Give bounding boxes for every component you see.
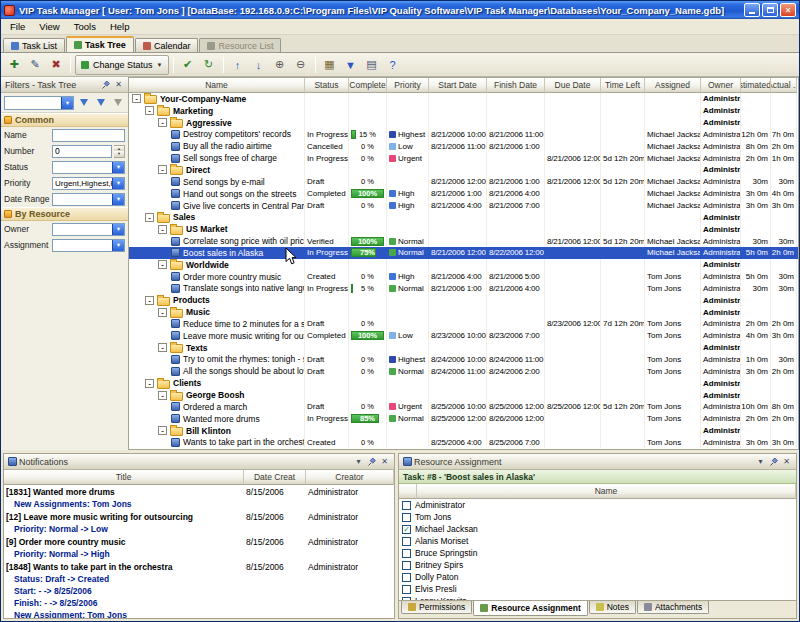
column-header-title[interactable]: Title xyxy=(4,470,244,485)
tree-expander-icon[interactable]: - xyxy=(158,343,167,352)
tree-folder-row[interactable]: -MusicAdministrator xyxy=(129,306,798,318)
tree-task-row[interactable]: Try to omit the rhymes: tonigh - so righ… xyxy=(129,354,798,366)
column-header-name[interactable]: Name xyxy=(129,78,305,93)
close-button[interactable]: ✕ xyxy=(780,3,796,17)
filter-section-header-common[interactable]: Common xyxy=(1,113,128,127)
filter-icon[interactable]: ▼ xyxy=(341,55,361,75)
tree-expander-icon[interactable]: - xyxy=(158,391,167,400)
checkbox-unchecked[interactable] xyxy=(402,549,411,558)
tree-expander-icon[interactable]: - xyxy=(158,118,167,127)
column-header-name[interactable]: Name xyxy=(417,484,796,499)
edit-task-icon[interactable]: ✎ xyxy=(25,55,45,75)
checkbox-unchecked[interactable] xyxy=(402,573,411,582)
tree-folder-row[interactable]: -SalesAdministrator xyxy=(129,211,798,223)
tree-folder-row[interactable]: -George BooshAdministrator xyxy=(129,389,798,401)
column-header-status[interactable]: Status xyxy=(305,78,349,93)
assignment-dropdown[interactable]: ▼ xyxy=(52,239,125,252)
column-header-checkbox[interactable] xyxy=(399,484,417,499)
spinner-buttons[interactable]: ▲▼ xyxy=(114,145,125,158)
status-dropdown[interactable]: ▼ xyxy=(52,161,125,174)
pin-icon[interactable] xyxy=(100,79,111,90)
tree-task-row[interactable]: Boost sales in AlaskaIn Progress75%Norma… xyxy=(129,247,798,259)
move-up-icon[interactable]: ↑ xyxy=(228,55,248,75)
expand-all-icon[interactable]: ⊕ xyxy=(270,55,290,75)
tree-task-row[interactable]: Give live concerts in Central ParkDraft0… xyxy=(129,200,798,212)
tree-folder-row[interactable]: -AggressiveAdministrator xyxy=(129,117,798,129)
tree-expander-icon[interactable]: - xyxy=(158,426,167,435)
tree-task-row[interactable]: Hand out songs on the streetsCompleted10… xyxy=(129,188,798,200)
column-header-estimated[interactable]: Estimated... xyxy=(741,78,771,93)
column-header-priority[interactable]: Priority xyxy=(387,78,429,93)
column-header-start-date[interactable]: Start Date xyxy=(429,78,487,93)
columns-icon[interactable]: ▦ xyxy=(320,55,340,75)
tree-task-row[interactable]: Wanted more drumsIn Progress85%Normal8/2… xyxy=(129,413,798,425)
clear-filter-icon[interactable] xyxy=(110,95,125,111)
tree-expander-icon[interactable]: - xyxy=(158,260,167,269)
refresh-icon[interactable]: ↻ xyxy=(199,55,219,75)
menu-item-tools[interactable]: Tools xyxy=(67,20,103,33)
menu-item-file[interactable]: File xyxy=(3,20,32,33)
tree-task-row[interactable]: Correlate song price with oil priceVerif… xyxy=(129,235,798,247)
tree-task-row[interactable]: Ordered a marchDraft0 %Urgent8/25/2006 1… xyxy=(129,401,798,413)
priority-dropdown[interactable]: Urgent,Highest,High,Normal,Low▼ xyxy=(52,177,125,190)
tree-expander-icon[interactable]: - xyxy=(158,225,167,234)
checkbox-unchecked[interactable] xyxy=(402,501,411,510)
resource-row[interactable]: Elvis Presli xyxy=(399,583,796,595)
tree-expander-icon[interactable]: - xyxy=(145,106,154,115)
chevron-down-icon[interactable]: ▾ xyxy=(353,456,364,467)
tree-expander-icon[interactable]: - xyxy=(158,165,167,174)
tree-folder-row[interactable]: -US MarketAdministrator xyxy=(129,223,798,235)
tree-expander-icon[interactable]: - xyxy=(145,379,154,388)
checkbox-checked[interactable]: ✓ xyxy=(402,525,411,534)
edit-filter-icon[interactable] xyxy=(93,95,108,111)
resource-row[interactable]: Administrator xyxy=(399,499,796,511)
tree-task-row[interactable]: All the songs should be about loveDraft0… xyxy=(129,365,798,377)
notification-row[interactable]: [1848] Wants to take part in the orchest… xyxy=(4,560,394,573)
resource-row[interactable]: Tom Jons xyxy=(399,511,796,523)
pin-icon[interactable] xyxy=(366,456,377,467)
date-range-dropdown[interactable]: ▼ xyxy=(52,193,125,206)
notification-row[interactable]: [1831] Wanted more drums8/15/2006Adminis… xyxy=(4,485,394,498)
resource-row[interactable]: Bruce Springstin xyxy=(399,547,796,559)
mark-complete-icon[interactable]: ✔ xyxy=(178,55,198,75)
tree-expander-icon[interactable]: - xyxy=(145,213,154,222)
tree-task-row[interactable]: Reduce time to 2 minutes for a songDraft… xyxy=(129,318,798,330)
checkbox-unchecked[interactable] xyxy=(402,585,411,594)
tree-folder-row[interactable]: -WorldwideAdministrator xyxy=(129,259,798,271)
close-icon[interactable]: ✕ xyxy=(379,456,390,467)
move-down-icon[interactable]: ↓ xyxy=(249,55,269,75)
tab-calendar[interactable]: Calendar xyxy=(135,38,199,52)
tree-task-row[interactable]: Buy all the radio airtimeCancelled0 %Low… xyxy=(129,140,798,152)
change-status-button[interactable]: Change Status▼ xyxy=(75,55,169,75)
minimize-button[interactable] xyxy=(744,3,760,17)
tree-task-row[interactable]: Send songs by e-mailDraft0 %8/21/2006 12… xyxy=(129,176,798,188)
column-header-creator[interactable]: Creator xyxy=(306,470,394,485)
tree-task-row[interactable]: Order more country musicCreated0 %High8/… xyxy=(129,271,798,283)
tab-notes[interactable]: Notes xyxy=(589,601,636,614)
column-header-finish-date[interactable]: Finish Date xyxy=(487,78,545,93)
tree-folder-row[interactable]: -ProductsAdministrator xyxy=(129,294,798,306)
tree-expander-icon[interactable]: - xyxy=(132,94,141,103)
close-icon[interactable]: ✕ xyxy=(781,456,792,467)
close-icon[interactable]: ✕ xyxy=(113,79,124,90)
resource-row[interactable]: Britney Spirs xyxy=(399,559,796,571)
column-header-complete[interactable]: Complete xyxy=(349,78,387,93)
tree-folder-row[interactable]: -TextsAdministrator xyxy=(129,342,798,354)
tree-task-row[interactable]: Destroy competitors' recordsIn Progress1… xyxy=(129,129,798,141)
maximize-button[interactable] xyxy=(762,3,778,17)
pin-icon[interactable] xyxy=(768,456,779,467)
number-input[interactable] xyxy=(52,145,112,158)
chevron-down-icon[interactable]: ▾ xyxy=(755,456,766,467)
tab-resource-assignment[interactable]: Resource Assignment xyxy=(473,601,587,616)
resource-row[interactable]: ✓Michael Jacksan xyxy=(399,523,796,535)
apply-filter-icon[interactable] xyxy=(76,95,91,111)
tree-folder-row[interactable]: -Your-Company-NameAdministrator xyxy=(129,93,798,105)
owner-dropdown[interactable]: ▼ xyxy=(52,223,125,236)
tree-folder-row[interactable]: -Bill KlintonAdministrator xyxy=(129,425,798,437)
checkbox-unchecked[interactable] xyxy=(402,537,411,546)
tree-expander-icon[interactable]: - xyxy=(145,296,154,305)
tree-expander-icon[interactable]: - xyxy=(158,308,167,317)
delete-task-icon[interactable]: ✖ xyxy=(46,55,66,75)
notification-row[interactable]: [9] Order more country music8/15/2006Adm… xyxy=(4,535,394,548)
checkbox-unchecked[interactable] xyxy=(402,513,411,522)
